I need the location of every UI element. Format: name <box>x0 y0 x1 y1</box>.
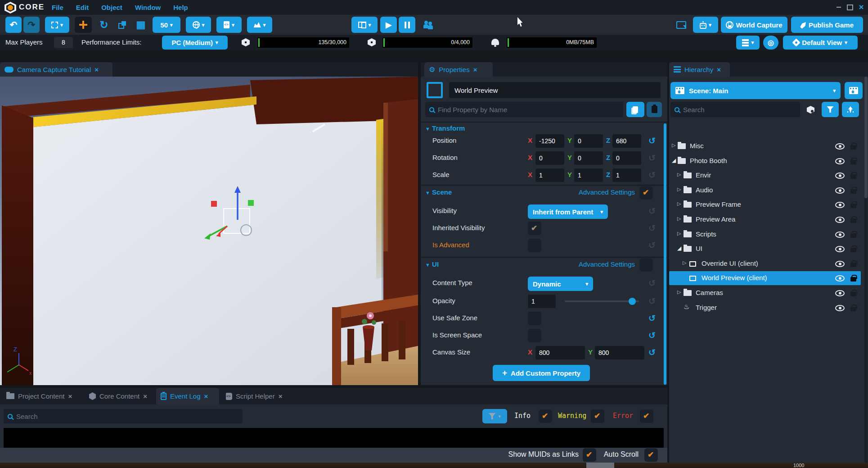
ui-advanced-settings-checkbox[interactable] <box>639 258 653 272</box>
info-filter-checkbox[interactable] <box>539 409 552 423</box>
lock-icon[interactable] <box>850 307 856 311</box>
lock-icon[interactable] <box>850 263 856 267</box>
hierarchy-item[interactable]: ▷Misc <box>669 139 861 153</box>
lock-icon[interactable] <box>850 277 856 282</box>
tab-hierarchy[interactable]: Hierarchy × <box>669 62 730 77</box>
menu-file[interactable]: File <box>52 4 63 11</box>
close-icon[interactable]: × <box>717 66 721 73</box>
reset-icon[interactable]: ↺ <box>647 240 657 251</box>
undo-button[interactable]: ↶ <box>5 17 22 33</box>
lock-icon[interactable] <box>850 233 856 238</box>
publish-game-button[interactable]: Publish Game <box>791 17 863 33</box>
position-y-input[interactable]: 0 <box>574 134 603 148</box>
property-search-input[interactable] <box>438 106 619 114</box>
close-icon[interactable]: × <box>279 392 283 400</box>
opacity-input[interactable]: 1 <box>528 295 556 308</box>
visibility-eye-icon[interactable] <box>835 158 845 164</box>
visibility-eye-icon[interactable] <box>835 246 845 252</box>
reset-icon[interactable]: ↺ <box>647 206 657 217</box>
hierarchy-item[interactable]: ▷Scripts <box>669 227 861 241</box>
expand-arrow-icon[interactable]: ▷ <box>677 289 681 295</box>
warning-filter-checkbox[interactable] <box>591 409 604 423</box>
close-icon[interactable]: × <box>473 66 477 73</box>
hierarchy-scrollbar[interactable] <box>864 77 868 463</box>
hierarchy-item[interactable]: ▷Envir <box>669 168 861 182</box>
visibility-eye-icon[interactable] <box>835 202 845 208</box>
bot-dropdown[interactable]: ▾ <box>693 17 718 33</box>
object-name-input[interactable] <box>449 82 661 98</box>
window-maximize-button[interactable] <box>846 3 854 11</box>
expand-arrow-icon[interactable]: ▷ <box>672 142 675 148</box>
canvas-y-input[interactable]: 800 <box>595 346 644 359</box>
is-advanced-checkbox[interactable] <box>528 239 541 252</box>
hierarchy-item[interactable]: ◢Photo Booth <box>669 154 861 168</box>
object-name-field[interactable] <box>449 82 661 98</box>
reset-icon[interactable]: ↺ <box>647 347 657 358</box>
advanced-settings-checkbox[interactable] <box>639 186 653 200</box>
target-button[interactable]: ◎ <box>763 36 778 50</box>
reset-icon[interactable]: ↺ <box>647 296 657 307</box>
share-screen-button[interactable] <box>672 17 690 33</box>
expand-arrow-icon[interactable]: ▷ <box>677 231 681 236</box>
auto-scroll-checkbox[interactable] <box>644 448 658 462</box>
window-close-button[interactable]: × <box>857 3 865 11</box>
reset-icon[interactable]: ↺ <box>647 136 657 146</box>
log-filter-button[interactable]: ▾ <box>482 409 507 423</box>
rotate-tool-button[interactable]: ↻ <box>95 17 112 33</box>
properties-scrollbar[interactable] <box>664 123 666 385</box>
script-dropdown[interactable]: ▾ <box>216 17 242 33</box>
close-icon[interactable]: × <box>143 392 147 400</box>
gizmo-plane-handle-red[interactable] <box>211 201 217 207</box>
is-screen-space-checkbox[interactable] <box>528 329 541 342</box>
error-filter-checkbox[interactable] <box>640 409 653 423</box>
reset-icon[interactable]: ↺ <box>647 170 657 181</box>
transform-section-header[interactable]: ▼ Transform <box>425 124 465 132</box>
lock-icon[interactable] <box>850 189 856 194</box>
visibility-eye-icon[interactable] <box>835 173 845 179</box>
hierarchy-item[interactable]: ▷Audio <box>669 183 861 197</box>
terrain-dropdown[interactable]: ▾ <box>247 17 272 33</box>
rotation-y-input[interactable]: 0 <box>574 151 603 165</box>
show-muids-checkbox[interactable] <box>583 448 596 462</box>
event-log-search[interactable] <box>4 409 243 423</box>
reset-icon[interactable]: ↺ <box>647 330 657 341</box>
selection-mode-button[interactable]: ▾ <box>45 17 69 33</box>
opacity-slider[interactable] <box>565 300 639 302</box>
tab-properties[interactable]: ⚙ Properties × <box>424 62 493 77</box>
canvas-x-input[interactable]: 800 <box>535 346 585 359</box>
grid-snap-button[interactable]: ▦ <box>132 17 149 33</box>
ui-section-header[interactable]: ▼ UI <box>425 260 439 268</box>
scale-y-input[interactable]: 1 <box>574 168 603 182</box>
property-search[interactable] <box>425 102 623 117</box>
event-log-output[interactable] <box>4 428 664 448</box>
expand-arrow-icon[interactable]: ▷ <box>677 201 681 207</box>
add-custom-property-button[interactable]: + Add Custom Property <box>493 365 590 381</box>
autosave-dropdown[interactable]: ▾ <box>736 36 760 50</box>
scale-tool-button[interactable] <box>113 17 130 33</box>
default-view-dropdown[interactable]: Default View▾ <box>783 36 858 50</box>
scale-z-input[interactable]: 1 <box>612 168 641 182</box>
visibility-eye-icon[interactable] <box>835 290 845 296</box>
tab-core-content[interactable]: Core Content × <box>85 388 153 404</box>
close-icon[interactable]: × <box>94 66 99 73</box>
close-icon[interactable]: × <box>68 392 72 400</box>
multiplayer-preview-button[interactable] <box>419 17 437 33</box>
max-players-input[interactable]: 8 <box>54 37 73 48</box>
visibility-eye-icon[interactable] <box>835 305 845 311</box>
lock-icon[interactable] <box>850 145 856 150</box>
world-capture-button[interactable]: World Capture <box>721 17 787 33</box>
close-icon[interactable]: × <box>204 392 208 400</box>
play-button[interactable]: ▶ <box>380 17 397 33</box>
visibility-eye-icon[interactable] <box>835 143 845 150</box>
scale-x-input[interactable]: 1 <box>535 168 564 182</box>
gizmo-ui-rect[interactable] <box>224 209 250 233</box>
menu-window[interactable]: Window <box>135 4 161 11</box>
hierarchy-item[interactable]: ▷Preview Area <box>669 213 861 227</box>
position-z-input[interactable]: 680 <box>612 134 641 148</box>
tab-event-log[interactable]: Event Log × <box>156 388 219 404</box>
rotation-x-input[interactable]: 0 <box>535 151 564 165</box>
expand-arrow-icon[interactable]: ▷ <box>677 172 681 177</box>
viewport-3d-scene[interactable]: Z x <box>0 77 418 385</box>
expand-arrow-icon[interactable]: ▷ <box>677 216 681 222</box>
copy-properties-button[interactable] <box>626 102 644 117</box>
